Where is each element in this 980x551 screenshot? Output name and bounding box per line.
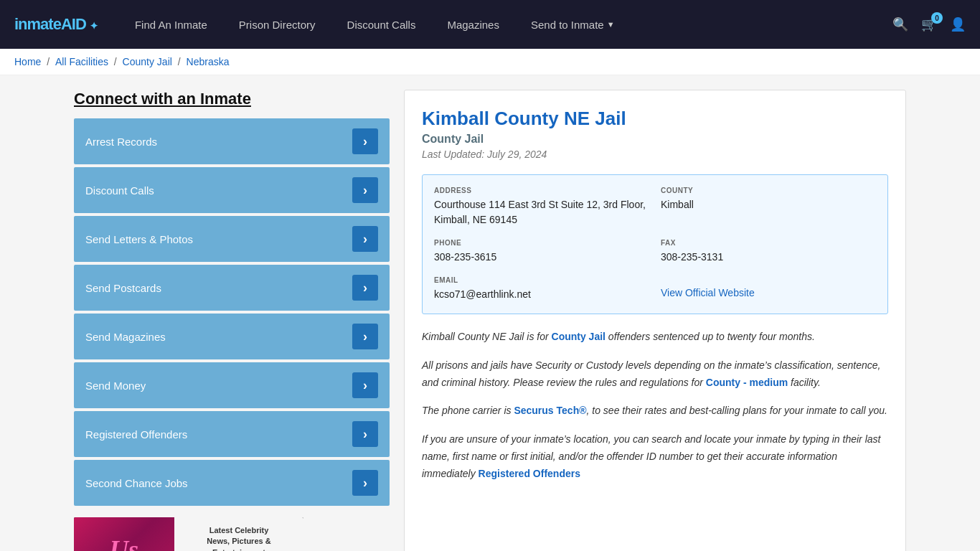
- ad-image: Us Latest Celebrity News, Pictures & Ent…: [74, 517, 303, 551]
- desc3-post: , to see their rates and best-calling pl…: [587, 405, 887, 416]
- breadcrumb: Home / All Facilities / County Jail / Ne…: [0, 49, 980, 75]
- website-block: View Official Website: [661, 276, 876, 302]
- sidebar-item-label: Send Postcards: [85, 282, 161, 294]
- arrow-icon: ›: [352, 177, 378, 203]
- sidebar-title: Connect with an Inmate: [74, 90, 390, 108]
- sidebar-item-discount-calls[interactable]: Discount Calls ›: [74, 167, 390, 213]
- email-label: EMAIL: [434, 276, 649, 284]
- arrow-icon: ›: [352, 275, 378, 301]
- arrow-icon: ›: [352, 226, 378, 252]
- breadcrumb-all-facilities[interactable]: All Facilities: [55, 56, 108, 67]
- main-container: Connect with an Inmate Arrest Records › …: [60, 75, 920, 551]
- address-block: ADDRESS Courthouse 114 East 3rd St Suite…: [434, 187, 649, 227]
- desc-paragraph-2: All prisons and jails have Security or C…: [422, 357, 888, 392]
- email-block: EMAIL kcso71@earthlink.net: [434, 276, 649, 302]
- logo-accent: AID: [61, 15, 86, 33]
- county-value: Kimball: [661, 197, 876, 212]
- county-medium-link[interactable]: County - medium: [706, 377, 788, 388]
- breadcrumb-sep-1: /: [47, 56, 52, 67]
- desc-paragraph-4: If you are unsure of your inmate’s locat…: [422, 431, 888, 482]
- sidebar-advertisement[interactable]: Us Latest Celebrity News, Pictures & Ent…: [74, 517, 303, 551]
- address-value: Courthouse 114 East 3rd St Suite 12, 3rd…: [434, 197, 649, 227]
- ad-content-section: Latest Celebrity News, Pictures & Entert…: [174, 517, 303, 551]
- county-block: COUNTY Kimball: [661, 187, 876, 227]
- cart-badge: 0: [931, 12, 943, 24]
- breadcrumb-sep-3: /: [178, 56, 184, 67]
- sidebar-item-label: Second Chance Jobs: [85, 477, 188, 489]
- facility-description: Kimball County NE Jail is for County Jai…: [422, 329, 888, 483]
- arrow-icon: ›: [352, 324, 378, 349]
- fax-value: 308-235-3131: [661, 250, 876, 265]
- facility-type: County Jail: [422, 133, 888, 146]
- search-icon[interactable]: 🔍: [892, 17, 908, 32]
- breadcrumb-sep-2: /: [114, 56, 120, 67]
- sidebar-menu: Arrest Records › Discount Calls › Send L…: [74, 118, 390, 506]
- nav-send-label: Send to Inmate: [531, 19, 604, 31]
- user-icon[interactable]: 👤: [950, 17, 966, 32]
- nav-icons: 🔍 🛒 0 👤: [892, 17, 966, 32]
- nav-send-to-inmate[interactable]: Send to Inmate ▼: [515, 0, 631, 49]
- sidebar-item-label: Send Magazines: [85, 331, 166, 343]
- desc2-post: facility.: [788, 377, 821, 388]
- sidebar: Connect with an Inmate Arrest Records › …: [74, 90, 390, 551]
- county-jail-link[interactable]: County Jail: [552, 331, 606, 342]
- sidebar-item-send-magazines[interactable]: Send Magazines ›: [74, 314, 390, 359]
- fax-block: FAX 308-235-3131: [661, 239, 876, 265]
- facility-name: Kimball County NE Jail: [422, 108, 888, 130]
- ad-text: Latest Celebrity News, Pictures & Entert…: [207, 525, 270, 551]
- arrow-icon: ›: [352, 372, 378, 398]
- sidebar-item-send-money[interactable]: Send Money ›: [74, 362, 390, 408]
- sidebar-item-second-chance-jobs[interactable]: Second Chance Jobs ›: [74, 460, 390, 506]
- nav-prison-directory[interactable]: Prison Directory: [223, 0, 331, 49]
- breadcrumb-county-jail[interactable]: County Jail: [123, 56, 172, 67]
- navbar: inmateAID ✦ Find An Inmate Prison Direct…: [0, 0, 980, 49]
- facility-content: Kimball County NE Jail County Jail Last …: [404, 90, 906, 551]
- breadcrumb-nebraska[interactable]: Nebraska: [187, 56, 230, 67]
- arrow-icon: ›: [352, 421, 378, 447]
- phone-label: PHONE: [434, 239, 649, 247]
- logo-text: inmateAID ✦: [14, 15, 98, 34]
- sidebar-item-label: Send Money: [85, 380, 146, 392]
- phone-block: PHONE 308-235-3615: [434, 239, 649, 265]
- sidebar-item-send-letters[interactable]: Send Letters & Photos ›: [74, 216, 390, 262]
- fax-label: FAX: [661, 239, 876, 247]
- facility-last-updated: Last Updated: July 29, 2024: [422, 149, 888, 160]
- registered-offenders-link[interactable]: Registered Offenders: [479, 468, 580, 479]
- desc3-pre: The phone carrier is: [422, 405, 514, 416]
- arrow-icon: ›: [352, 470, 378, 496]
- sidebar-item-send-postcards[interactable]: Send Postcards ›: [74, 265, 390, 311]
- cart-icon[interactable]: 🛒 0: [921, 17, 937, 32]
- county-label: COUNTY: [661, 187, 876, 194]
- sidebar-item-registered-offenders[interactable]: Registered Offenders ›: [74, 411, 390, 457]
- sidebar-item-arrest-records[interactable]: Arrest Records ›: [74, 118, 390, 164]
- view-official-website-link[interactable]: View Official Website: [661, 287, 876, 298]
- ad-us-logo: Us: [110, 534, 138, 551]
- sidebar-item-label: Registered Offenders: [85, 428, 187, 441]
- ad-logo-section: Us: [74, 517, 174, 551]
- email-value: kcso71@earthlink.net: [434, 287, 649, 302]
- securus-tech-link[interactable]: Securus Tech®: [514, 405, 586, 416]
- sidebar-item-label: Send Letters & Photos: [85, 233, 193, 245]
- logo-bird-icon: ✦: [90, 20, 98, 32]
- desc-paragraph-1: Kimball County NE Jail is for County Jai…: [422, 329, 888, 346]
- sidebar-item-label: Discount Calls: [85, 184, 154, 197]
- facility-info-grid: ADDRESS Courthouse 114 East 3rd St Suite…: [422, 174, 888, 314]
- nav-find-inmate[interactable]: Find An Inmate: [119, 0, 223, 49]
- nav-discount-calls[interactable]: Discount Calls: [331, 0, 432, 49]
- address-label: ADDRESS: [434, 187, 649, 194]
- breadcrumb-home[interactable]: Home: [14, 56, 41, 67]
- nav-magazines[interactable]: Magazines: [431, 0, 515, 49]
- nav-links: Find An Inmate Prison Directory Discount…: [119, 0, 892, 49]
- website-spacer: [661, 276, 876, 284]
- desc-paragraph-3: The phone carrier is Securus Tech®, to s…: [422, 402, 888, 420]
- arrow-icon: ›: [352, 128, 378, 154]
- logo[interactable]: inmateAID ✦: [14, 15, 98, 34]
- phone-value: 308-235-3615: [434, 250, 649, 265]
- sidebar-item-label: Arrest Records: [85, 136, 157, 148]
- chevron-down-icon: ▼: [607, 20, 615, 29]
